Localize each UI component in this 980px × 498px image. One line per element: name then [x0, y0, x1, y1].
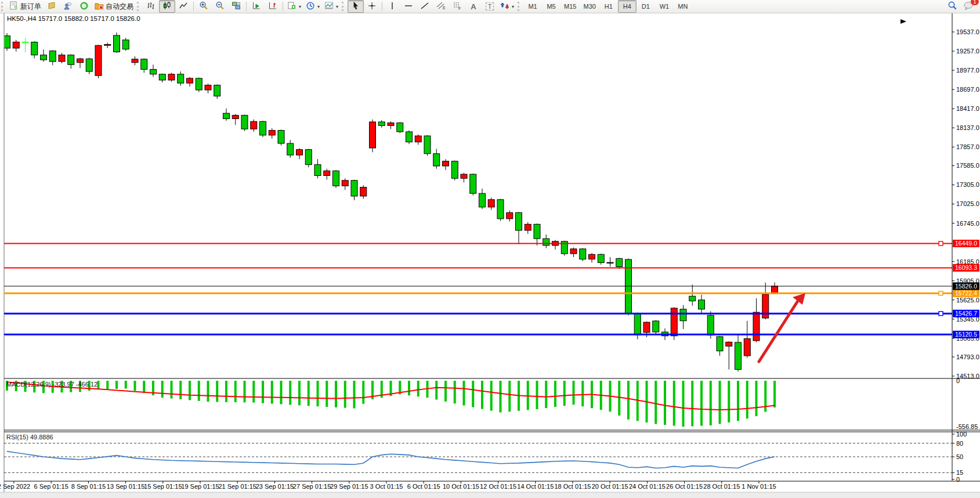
search-button[interactable]: [944, 0, 960, 13]
indicators-button[interactable]: ▾: [322, 0, 341, 13]
profiles-button[interactable]: [60, 0, 76, 13]
timeframe-button-m5[interactable]: M5: [542, 0, 560, 13]
cursor-tool-button[interactable]: [348, 0, 364, 13]
text-label-tool-button[interactable]: T: [482, 0, 498, 13]
timeframe-button-d1[interactable]: D1: [637, 0, 655, 13]
navigator-icon: [79, 1, 89, 12]
notification-count-badge: 1: [971, 0, 979, 5]
price-axis-label: 16745.0: [956, 220, 979, 227]
time-axis-label: 10 Oct 01:15: [443, 483, 479, 490]
candle: [187, 78, 193, 83]
price-axis-label: 15625.0: [956, 297, 979, 304]
candle: [49, 51, 56, 62]
trendline-tool-button[interactable]: [417, 0, 433, 13]
toolbar-separator: [382, 2, 382, 11]
timeframe-group: M1M5M15M30H1H4D1W1MN: [523, 0, 692, 13]
price-axis-label: 18697.0: [956, 86, 979, 93]
candle: [41, 55, 47, 60]
text-label-icon: T: [486, 2, 494, 10]
text-tool-button[interactable]: A: [465, 0, 482, 13]
auto-scroll-icon: [252, 1, 261, 12]
vertical-line-tool-button[interactable]: [384, 0, 400, 13]
price-badge-label: 16449.0: [955, 240, 977, 247]
candle: [13, 42, 19, 48]
candle: [314, 165, 321, 176]
candle: [415, 136, 421, 142]
candle: [653, 321, 659, 332]
timeframe-button-mn[interactable]: MN: [674, 0, 692, 13]
candle: [488, 200, 494, 207]
candle: [699, 300, 705, 309]
candle: [122, 40, 129, 49]
timeframe-button-m15[interactable]: M15: [560, 0, 580, 13]
tile-windows-button[interactable]: [228, 0, 244, 13]
line-drag-handle[interactable]: [939, 241, 943, 246]
horizontal-line-tool-button[interactable]: [400, 0, 417, 13]
candle: [525, 224, 531, 230]
add-object-button[interactable]: ▾: [285, 0, 303, 13]
candle: [241, 116, 248, 129]
candle: [580, 249, 586, 259]
candle: [296, 150, 303, 155]
chart-canvas[interactable]: HK50-,H4 15717.0 15882.0 15717.0 15826.0…: [0, 0, 980, 498]
equidistant-channel-tool-button[interactable]: E: [433, 0, 449, 13]
line-chart-type-button[interactable]: [175, 0, 191, 13]
time-axis-label: 8 Sep 01:15: [71, 483, 106, 490]
candle: [735, 342, 742, 370]
candle: [324, 171, 330, 175]
timeframe-button-h1[interactable]: H1: [599, 0, 618, 13]
auto-scroll-button[interactable]: [248, 0, 265, 13]
chart-window-button[interactable]: [44, 0, 60, 13]
price-badge-label: 15120.5: [955, 331, 977, 338]
profiles-icon: [63, 1, 73, 12]
candle: [616, 258, 623, 266]
timeframe-button-m1[interactable]: M1: [523, 0, 542, 13]
dropdown-caret-icon: ▾: [317, 4, 320, 9]
toolbar-separator: [193, 2, 194, 11]
candle: [260, 121, 266, 135]
rsi-axis-label: 80: [956, 440, 963, 447]
timeframe-button-w1[interactable]: W1: [655, 0, 674, 13]
chart-shift-button[interactable]: [265, 0, 281, 13]
auto-trading-button[interactable]: 自动交易: [92, 0, 136, 13]
time-axis-label: 3 Oct 01:15: [370, 483, 403, 490]
line-drag-handle[interactable]: [939, 291, 943, 295]
candle: [86, 59, 92, 71]
price-axis-label: 19257.0: [956, 48, 979, 55]
zoom-out-button[interactable]: [212, 0, 228, 13]
candle: [762, 294, 769, 318]
text-tool-label: A: [471, 2, 476, 11]
time-axis-label: 19 Sep 01:15: [181, 483, 219, 490]
navigator-button[interactable]: [76, 0, 92, 13]
crosshair-tool-button[interactable]: [364, 0, 380, 13]
timeframe-button-m30[interactable]: M30: [580, 0, 599, 13]
candle: [31, 42, 38, 55]
candle: [461, 174, 467, 178]
candle: [214, 85, 220, 96]
time-axis-label: 24 Oct 01:15: [629, 483, 666, 490]
auto-trading-label: 自动交易: [106, 2, 133, 12]
candlestick-chart-type-button[interactable]: [159, 0, 175, 13]
price-axis-label: 17025.0: [956, 200, 979, 207]
fibonacci-tool-button[interactable]: F: [449, 0, 465, 13]
time-axis-label: 2 Sep 2022: [0, 483, 30, 490]
timeframe-button-h4[interactable]: H4: [618, 0, 637, 13]
toolbar-grip: [518, 2, 522, 11]
tile-windows-icon: [232, 1, 241, 12]
candle: [497, 200, 504, 219]
line-drag-handle[interactable]: [939, 312, 943, 316]
candle: [141, 59, 147, 70]
candle: [543, 239, 549, 246]
time-axis-label: 15 Sep 01:15: [144, 483, 182, 490]
notifications-button[interactable]: 1: [960, 0, 977, 13]
dropdown-caret-icon: ▾: [336, 4, 338, 9]
arrows-tool-button[interactable]: ▾: [498, 0, 516, 13]
time-axis-label: 20 Oct 01:15: [592, 483, 628, 490]
new-order-label: 新订单: [20, 2, 41, 12]
candle: [507, 212, 513, 219]
new-order-button[interactable]: 新订单: [7, 0, 44, 13]
bar-chart-type-button[interactable]: [143, 0, 159, 13]
price-axis-label: 18977.0: [956, 67, 979, 74]
zoom-in-button[interactable]: [196, 0, 212, 13]
periods-button[interactable]: ▾: [303, 0, 322, 13]
